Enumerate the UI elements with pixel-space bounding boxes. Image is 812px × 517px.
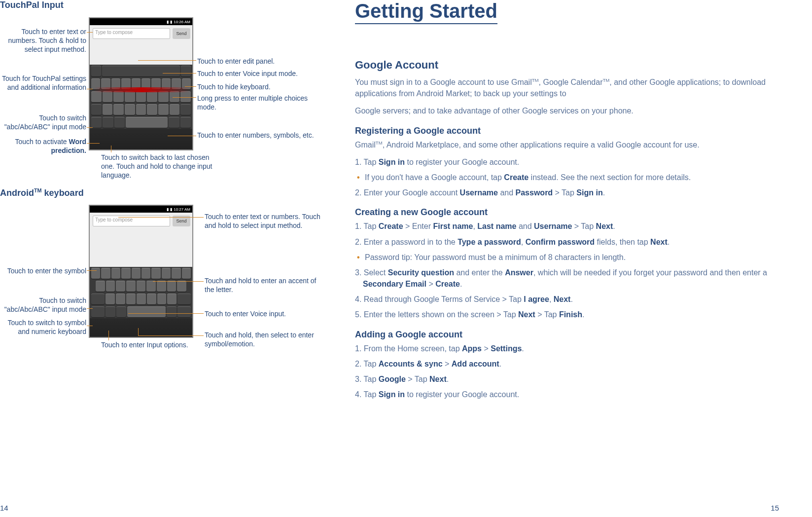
add-step-4: 4. Tap Sign in to register your Google a… <box>355 389 779 400</box>
label-edit-panel: Touch to enter edit panel. <box>197 57 275 66</box>
label-voice-input: Touch to enter Voice input mode. <box>197 69 298 78</box>
touchpal-input-heading: TouchPal Input <box>0 0 64 10</box>
leader-line <box>87 32 93 33</box>
reg-bullet-1: If you don't have a Google account, tap … <box>355 172 779 183</box>
add-step-2: 2. Tap Accounts & sync > Add account. <box>355 358 779 369</box>
create-step-2: 2. Enter a password in to the Type a pas… <box>355 236 779 248</box>
touchpal-screenshot: ▮ ▮ 10:26 AM Type to compose Send <box>89 17 193 150</box>
creating-heading: Creating a new Google account <box>355 207 779 218</box>
getting-started-title: Getting Started <box>355 0 497 24</box>
label-switch-abc: Touch to switch "abc/Abc/ABC" input mode <box>0 113 86 131</box>
create-step-4: 4. Read through Google Terms of Service … <box>355 294 779 305</box>
add-step-1: 1. From the Home screen, tap Apps > Sett… <box>355 343 779 354</box>
label-symbol-emotion: Touch and hold, then select to enter sym… <box>205 331 323 348</box>
message-compose-area: Type to compose Send <box>90 213 192 267</box>
label-hide-keyboard: Touch to hide keyboard. <box>197 82 271 91</box>
create-bullet: Password tip: Your password must be a mi… <box>355 252 779 263</box>
leader-line <box>163 73 196 74</box>
leader-line <box>87 143 100 144</box>
leader-line <box>128 313 204 314</box>
label-switch-symbol-numeric: Touch to switch to symbol and numeric ke… <box>0 318 86 336</box>
label-numbers-symbols: Touch to enter numbers, symbols, etc. <box>197 131 314 140</box>
battery-icon: ▮ <box>170 20 172 24</box>
clock-text: 10:27 AM <box>174 207 190 212</box>
leader-line <box>87 270 97 271</box>
google-account-para-2: Google servers; and to take advantage of… <box>355 105 779 116</box>
leader-line <box>87 308 93 309</box>
label-input-options: Touch to enter Input options. <box>101 340 188 349</box>
add-step-3: 3. Tap Google > Tap Next. <box>355 373 779 385</box>
label-enter-symbol: Touch to enter the symbol <box>0 266 86 275</box>
google-account-para-1: You must sign in to a Google account to … <box>355 76 779 99</box>
label-switch-back-lang: Touch to switch back to last chosen one.… <box>101 153 219 180</box>
signal-icon: ▮ <box>167 207 169 212</box>
label-accent-letter: Touch and hold to enter an accent of the… <box>205 276 323 294</box>
android-screenshot: ▮ ▮ 10:27 AM Type to compose Send <box>89 205 193 338</box>
android-keyboard-heading: AndroidTM keyboard <box>0 187 84 198</box>
leader-line <box>118 217 204 218</box>
status-bar: ▮ ▮ 10:26 AM <box>90 18 192 25</box>
battery-icon: ▮ <box>170 207 172 212</box>
label-voice-input-android: Touch to enter Voice input. <box>205 309 286 318</box>
leader-line <box>138 328 139 335</box>
leader-line <box>153 281 204 282</box>
touchpal-keyboard <box>90 65 192 129</box>
leader-line <box>87 127 93 128</box>
adding-heading: Adding a Google account <box>355 330 779 340</box>
label-long-press-multi: Long press to enter multiple choices mod… <box>197 94 316 111</box>
registering-heading: Registering a Google account <box>355 126 779 136</box>
label-enter-text: Touch to enter text or numbers. Touch & … <box>0 27 86 54</box>
page-number-right: 15 <box>771 504 779 512</box>
create-step-3: 3. Select Security question and enter th… <box>355 267 779 290</box>
leader-line <box>168 136 196 136</box>
create-step-5: 5. Enter the letters shown on the screen… <box>355 309 779 320</box>
page-number-left: 14 <box>0 504 8 512</box>
message-compose-area: Type to compose Send <box>90 25 192 65</box>
create-step-1: 1. Tap Create > Enter First name, Last n… <box>355 221 779 232</box>
leader-line <box>108 331 109 340</box>
leader-line <box>173 97 196 98</box>
registering-para: GmailTM, Android Marketplace, and some o… <box>355 139 779 150</box>
clock-text: 10:26 AM <box>174 20 190 24</box>
google-account-heading: Google Account <box>355 59 779 72</box>
swipe-arrow <box>94 87 190 92</box>
send-button: Send <box>173 28 190 39</box>
leader-line <box>111 146 111 152</box>
leader-line <box>87 89 93 89</box>
android-keyboard <box>90 267 192 318</box>
leader-line <box>138 335 204 336</box>
label-enter-text-android: Touch to enter text or numbers. Touch an… <box>205 212 323 230</box>
reg-step-1: 1. Tap Sign in to register your Google a… <box>355 156 779 168</box>
label-switch-abc-android: Touch to switch "abc/Abc/ABC" input mode <box>0 296 86 314</box>
status-bar: ▮ ▮ 10:27 AM <box>90 206 192 213</box>
leader-line <box>87 326 93 326</box>
leader-line <box>138 60 196 61</box>
compose-input: Type to compose <box>93 28 170 39</box>
leader-line <box>185 86 196 87</box>
label-word-prediction: Touch to activate Word prediction. <box>0 137 86 155</box>
label-touchpal-settings: Touch for TouchPal settings and addition… <box>0 74 86 92</box>
signal-icon: ▮ <box>167 20 169 24</box>
reg-step-2: 2. Enter your Google account Username an… <box>355 187 779 198</box>
